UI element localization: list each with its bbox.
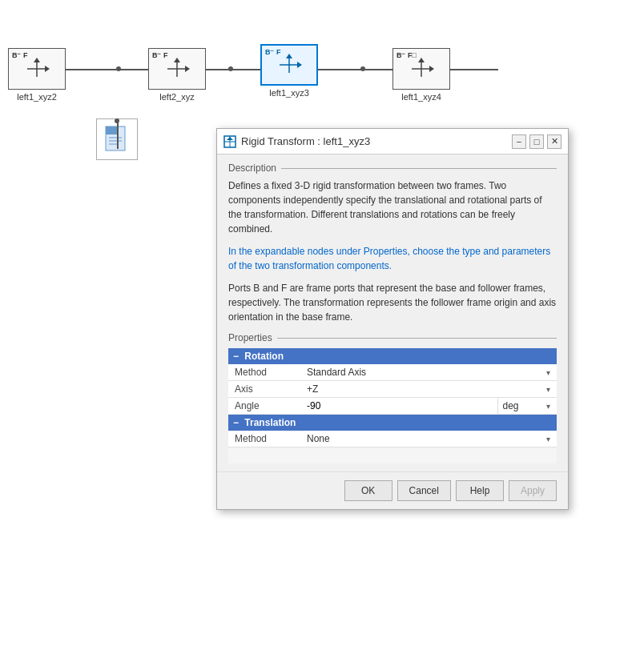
- dot-3-4: [360, 66, 365, 71]
- rotation-angle-unit-cell[interactable]: deg ▾: [497, 398, 557, 415]
- rotation-method-value[interactable]: Standard Axis ▾: [300, 364, 557, 381]
- translation-method-dropdown-arrow[interactable]: ▾: [546, 435, 550, 443]
- dot-note: [115, 118, 119, 123]
- rotation-angle-value-cell[interactable]: -90: [300, 398, 497, 415]
- description-p2[interactable]: In the expandable nodes under Properties…: [228, 244, 557, 273]
- close-button[interactable]: ✕: [547, 134, 561, 149]
- block-box-4[interactable]: B⁻ F□: [392, 48, 450, 90]
- block-node-4[interactable]: B⁻ F□ left1_xyz4: [392, 48, 450, 102]
- block-node-1[interactable]: B⁻ F left1_xyz2: [8, 48, 66, 102]
- block-label-4: left1_xyz4: [401, 92, 441, 102]
- rotation-group-row[interactable]: − Rotation: [228, 348, 557, 364]
- translation-group-row[interactable]: − Translation: [228, 415, 557, 431]
- rotation-method-dropdown-arrow[interactable]: ▾: [546, 368, 550, 377]
- svg-marker-13: [429, 66, 434, 72]
- description-header: Description: [228, 162, 557, 174]
- block-label-3: left1_xyz3: [269, 88, 309, 98]
- svg-marker-1: [45, 66, 50, 72]
- restore-button[interactable]: □: [529, 134, 544, 149]
- translation-method-row[interactable]: Method None ▾: [228, 431, 557, 447]
- rotation-axis-value[interactable]: +Z ▾: [300, 381, 557, 398]
- translation-expand[interactable]: −: [233, 417, 239, 428]
- block-label-1: left1_xyz2: [17, 92, 57, 102]
- block-icon-1: [24, 58, 50, 80]
- rotation-group-label: Rotation: [244, 351, 284, 362]
- canvas-area: B⁻ F left1_xyz2 B⁻ F: [0, 0, 644, 650]
- block-icon-4: [409, 58, 434, 80]
- wire-3-4: [318, 69, 394, 70]
- dialog-title-icon: [223, 135, 236, 148]
- svg-marker-7: [174, 58, 180, 62]
- block-box-1[interactable]: B⁻ F: [8, 48, 66, 90]
- svg-marker-5: [185, 66, 190, 72]
- rotation-axis-dropdown-arrow[interactable]: ▾: [546, 385, 550, 394]
- block-node-2[interactable]: B⁻ F left2_xyz: [148, 48, 206, 102]
- modal-footer: OK Cancel Help Apply: [217, 471, 568, 509]
- rotation-angle-row[interactable]: Angle -90 deg ▾: [228, 398, 557, 415]
- cancel-button[interactable]: Cancel: [397, 480, 451, 501]
- block-icon-3: [276, 54, 302, 76]
- rotation-method-label: Method: [228, 364, 300, 381]
- rotation-angle-label: Angle: [228, 398, 300, 415]
- help-button[interactable]: Help: [456, 480, 504, 501]
- apply-button[interactable]: Apply: [509, 480, 557, 501]
- modal-dialog: Rigid Transform : left1_xyz3 − □ ✕ Descr…: [216, 128, 569, 510]
- modal-body: Description Defines a fixed 3-D rigid tr…: [217, 154, 568, 471]
- svg-marker-11: [286, 54, 292, 58]
- rotation-method-row[interactable]: Method Standard Axis ▾: [228, 364, 557, 381]
- rotation-expand[interactable]: −: [233, 351, 239, 362]
- translation-method-label: Method: [228, 431, 300, 447]
- description-p1: Defines a fixed 3-D rigid transformation…: [228, 179, 557, 236]
- wire-2-3: [206, 69, 262, 70]
- rotation-axis-row[interactable]: Axis +Z ▾: [228, 381, 557, 398]
- modal-title-controls: − □ ✕: [512, 134, 561, 149]
- properties-table: − Rotation Method Standard Axis ▾: [228, 348, 557, 463]
- modal-title-left: Rigid Transform : left1_xyz3: [223, 135, 370, 148]
- rotation-angle-dropdown-arrow[interactable]: ▾: [546, 402, 550, 411]
- block-label-2: left2_xyz: [159, 92, 194, 102]
- svg-marker-15: [418, 58, 425, 62]
- empty-row: [228, 447, 557, 463]
- rotation-axis-label: Axis: [228, 381, 300, 398]
- minimize-button[interactable]: −: [512, 134, 526, 149]
- translation-method-value[interactable]: None ▾: [300, 431, 557, 447]
- description-p3: Ports B and F are frame ports that repre…: [228, 281, 557, 324]
- svg-marker-3: [34, 58, 40, 62]
- modal-titlebar: Rigid Transform : left1_xyz3 − □ ✕: [217, 129, 568, 154]
- wire-1-2: [66, 69, 150, 70]
- wire-4-right: [450, 69, 498, 70]
- block-node-3[interactable]: B⁻ F left1_xyz3: [260, 44, 318, 98]
- block-box-3[interactable]: B⁻ F: [260, 44, 318, 86]
- block-box-2[interactable]: B⁻ F: [148, 48, 206, 90]
- translation-group-label: Translation: [244, 417, 296, 428]
- svg-marker-9: [297, 62, 302, 68]
- modal-title-text: Rigid Transform : left1_xyz3: [241, 135, 370, 147]
- ok-button[interactable]: OK: [344, 480, 392, 501]
- dot-1-2: [116, 66, 121, 71]
- block-icon-2: [164, 58, 190, 80]
- dot-2-3: [228, 66, 233, 71]
- properties-header: Properties: [228, 332, 557, 343]
- svg-rect-17: [106, 126, 117, 134]
